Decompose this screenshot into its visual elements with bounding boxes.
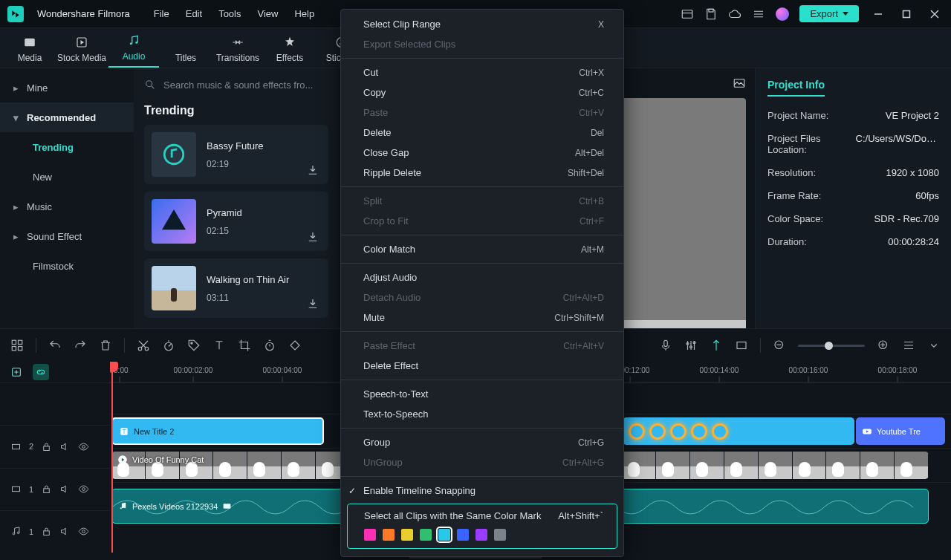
frame-icon[interactable] — [735, 339, 748, 352]
layout-icon[interactable] — [681, 7, 694, 21]
clip-title[interactable]: T New Title 2 — [111, 417, 324, 445]
sidebar-filmstock[interactable]: Filmstock — [0, 251, 134, 281]
mute-icon[interactable] — [59, 526, 71, 537]
text-icon[interactable] — [212, 339, 226, 352]
color-swatch[interactable] — [420, 529, 432, 541]
marker-icon[interactable] — [710, 339, 723, 352]
ctx-copy[interactable]: CopyCtrl+C — [341, 82, 623, 102]
ctx-cut[interactable]: CutCtrl+X — [341, 62, 623, 82]
cloud-icon[interactable] — [728, 7, 741, 21]
svg-point-41 — [82, 446, 85, 449]
search-input[interactable]: Search music & sound effects fro... — [144, 68, 328, 101]
menu-tools[interactable]: Tools — [218, 8, 241, 19]
eye-icon[interactable] — [78, 526, 89, 537]
ctx-enable-snapping[interactable]: Enable Timeline Snapping — [341, 481, 623, 501]
eye-icon[interactable] — [78, 484, 89, 495]
lane-header-audio[interactable]: 1 — [0, 510, 110, 553]
color-swatch[interactable] — [438, 529, 450, 541]
eye-icon[interactable] — [78, 441, 89, 452]
lane-header-title[interactable]: 2 — [0, 425, 110, 467]
mute-icon[interactable] — [59, 484, 71, 495]
ctx-close-gap[interactable]: Close GapAlt+Del — [341, 143, 623, 163]
ctx-delete[interactable]: DeleteDel — [341, 123, 623, 143]
user-avatar[interactable] — [776, 7, 789, 21]
tag-icon[interactable] — [187, 339, 201, 352]
menu-file[interactable]: File — [154, 8, 169, 19]
download-button[interactable] — [306, 163, 319, 177]
redo-icon[interactable] — [74, 339, 87, 352]
ctx-color-match[interactable]: Color MatchAlt+M — [341, 239, 623, 259]
playhead[interactable] — [111, 362, 113, 553]
tab-stock-media[interactable]: Stock Media — [56, 35, 107, 68]
sidebar-new[interactable]: New — [0, 162, 134, 192]
lock-icon[interactable] — [41, 484, 52, 495]
sidebar-sound-effect[interactable]: ▸Sound Effect — [0, 221, 134, 251]
color-swatch[interactable] — [401, 529, 413, 541]
chevron-down-icon[interactable] — [927, 339, 941, 352]
tab-transitions[interactable]: Transitions — [212, 35, 263, 68]
image-icon[interactable] — [733, 76, 746, 90]
window-close[interactable] — [926, 5, 944, 23]
undo-icon[interactable] — [48, 339, 62, 352]
track-item[interactable]: Pyramid02:15 — [144, 192, 328, 251]
sidebar-music[interactable]: ▸Music — [0, 192, 134, 221]
color-swatch[interactable] — [494, 529, 506, 541]
tab-effects[interactable]: Effects — [264, 35, 315, 68]
list-view-icon[interactable] — [902, 339, 915, 352]
clip-youtube[interactable]: Youtube Tre — [856, 417, 945, 445]
cut-icon[interactable] — [137, 339, 150, 352]
sidebar-trending[interactable]: Trending — [0, 132, 134, 162]
window-maximize[interactable] — [898, 5, 915, 23]
svg-rect-2 — [709, 9, 713, 12]
lock-icon[interactable] — [41, 441, 52, 452]
tab-media[interactable]: Media — [4, 35, 55, 68]
mute-icon[interactable] — [59, 441, 71, 452]
tab-audio[interactable]: Audio — [108, 33, 159, 68]
add-track-icon[interactable] — [10, 366, 22, 378]
lock-icon[interactable] — [41, 526, 52, 537]
zoom-in-icon[interactable] — [877, 339, 890, 352]
zoom-out-icon[interactable] — [773, 339, 786, 352]
audio-mixer-icon[interactable] — [684, 339, 698, 352]
stopwatch-icon[interactable] — [263, 339, 276, 352]
menu-edit[interactable]: Edit — [186, 8, 202, 19]
clip-title2[interactable] — [623, 417, 854, 445]
svg-rect-39 — [13, 444, 20, 449]
link-toggle[interactable] — [33, 364, 49, 380]
ctx-text-to-speech[interactable]: Text-to-Speech — [341, 404, 623, 424]
download-button[interactable] — [306, 297, 319, 310]
window-minimize[interactable] — [869, 5, 887, 23]
ctx-ripple-delete[interactable]: Ripple DeleteShift+Del — [341, 163, 623, 183]
keyframe-icon[interactable] — [288, 339, 302, 352]
ctx-adjust-audio[interactable]: Adjust Audio — [341, 267, 623, 287]
color-swatch[interactable] — [383, 529, 395, 541]
tab-titles[interactable]: Titles — [160, 35, 211, 68]
menu-help[interactable]: Help — [294, 8, 314, 19]
apps-icon[interactable] — [10, 339, 24, 352]
color-swatch[interactable] — [476, 529, 487, 541]
mic-icon[interactable] — [659, 339, 672, 352]
track-duration: 02:19 — [207, 159, 264, 169]
project-info-tab[interactable]: Project Info — [767, 79, 825, 97]
speed-icon[interactable] — [162, 339, 175, 352]
save-icon[interactable] — [704, 7, 718, 21]
download-button[interactable] — [306, 230, 319, 244]
color-swatch[interactable] — [364, 529, 376, 541]
crop-tool-icon[interactable] — [238, 339, 251, 352]
ctx-delete-effect[interactable]: Delete Effect — [341, 356, 623, 376]
color-swatch[interactable] — [457, 529, 469, 541]
track-item[interactable]: Bassy Future02:19 — [144, 125, 328, 184]
menu-lines-icon[interactable] — [752, 7, 765, 21]
track-item[interactable]: Walking on Thin Air03:11 — [144, 258, 328, 318]
ctx-group[interactable]: GroupCtrl+G — [341, 432, 623, 452]
delete-icon[interactable] — [99, 339, 112, 352]
zoom-slider[interactable] — [798, 345, 865, 347]
ctx-select-clip-range[interactable]: Select Clip RangeX — [341, 14, 623, 34]
menu-view[interactable]: View — [257, 8, 278, 19]
ctx-mute[interactable]: MuteCtrl+Shift+M — [341, 307, 623, 328]
lane-header-video[interactable]: 1 — [0, 468, 110, 510]
sidebar-recommended[interactable]: ▾Recommended — [0, 102, 134, 132]
sidebar-mine[interactable]: ▸Mine — [0, 73, 134, 102]
export-button[interactable]: Export — [799, 5, 859, 22]
ctx-speech-to-text[interactable]: Speech-to-Text — [341, 384, 623, 404]
